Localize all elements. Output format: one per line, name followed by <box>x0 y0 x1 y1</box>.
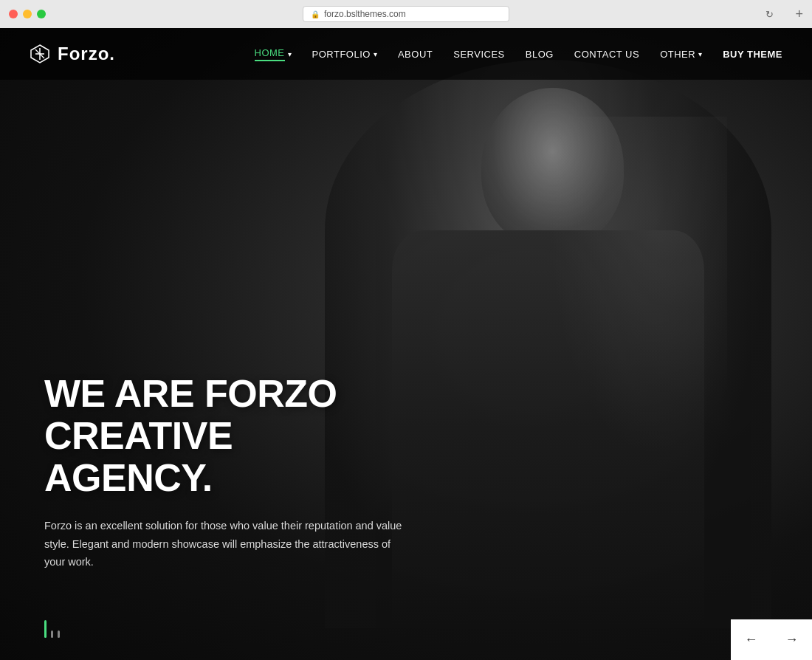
nav-item-home[interactable]: HOME <box>255 47 292 61</box>
slider-arrows: ← → <box>731 619 812 660</box>
nav-link-other[interactable]: OTHER <box>660 49 695 60</box>
nav-item-contact[interactable]: CONTACT US <box>574 47 639 61</box>
window-chrome: 🔒 forzo.bslthemes.com ↻ + <box>0 0 812 28</box>
hero-content: WE ARE FORZO CREATIVE AGENCY. Forzo is a… <box>44 373 406 571</box>
next-slide-button[interactable]: → <box>771 619 812 660</box>
nav-link-services[interactable]: SERVICES <box>453 49 505 60</box>
slider-dot-2[interactable] <box>51 630 53 638</box>
nav-link-about[interactable]: ABOUT <box>398 49 433 60</box>
nav-link-contact[interactable]: CONTACT US <box>574 49 639 60</box>
nav-link-portfolio[interactable]: PORTFOLIO <box>312 49 371 60</box>
hero-section: Forzo. HOME PORTFOLIO ABOUT SERVIC <box>0 28 812 660</box>
lock-icon: 🔒 <box>311 10 320 18</box>
close-button[interactable] <box>9 10 18 18</box>
minimize-button[interactable] <box>23 10 32 18</box>
slider-indicators <box>44 620 60 638</box>
traffic-lights <box>9 10 46 18</box>
nav-link-blog[interactable]: BLOG <box>526 49 554 60</box>
slider-dot-1[interactable] <box>44 620 47 638</box>
nav-item-services[interactable]: SERVICES <box>453 47 505 61</box>
figure-light <box>548 117 727 458</box>
maximize-button[interactable] <box>37 10 46 18</box>
logo[interactable]: Forzo. <box>30 44 115 64</box>
hero-subtitle: Forzo is an excellent solution for those… <box>44 517 406 571</box>
refresh-button[interactable]: ↻ <box>765 9 774 20</box>
logo-icon <box>30 44 50 64</box>
address-bar[interactable]: 🔒 forzo.bslthemes.com <box>303 6 509 22</box>
browser-content: Forzo. HOME PORTFOLIO ABOUT SERVIC <box>0 28 812 660</box>
nav-item-other[interactable]: OTHER <box>660 49 702 60</box>
slider-dot-3[interactable] <box>58 630 60 638</box>
nav-item-about[interactable]: ABOUT <box>398 47 433 61</box>
navbar: Forzo. HOME PORTFOLIO ABOUT SERVIC <box>0 28 812 80</box>
nav-item-portfolio[interactable]: PORTFOLIO <box>312 49 377 60</box>
nav-menu: HOME PORTFOLIO ABOUT SERVICES BLOG <box>255 47 782 61</box>
nav-link-buy[interactable]: BUY THEME <box>723 49 782 60</box>
new-tab-button[interactable]: + <box>795 7 803 21</box>
url-text: forzo.bslthemes.com <box>324 9 406 19</box>
nav-link-home[interactable]: HOME <box>255 47 285 61</box>
hero-title: WE ARE FORZO CREATIVE AGENCY. <box>44 373 406 500</box>
logo-text: Forzo. <box>58 44 115 64</box>
prev-slide-button[interactable]: ← <box>731 619 771 660</box>
nav-item-blog[interactable]: BLOG <box>526 47 554 61</box>
nav-item-buy[interactable]: BUY THEME <box>723 47 782 61</box>
